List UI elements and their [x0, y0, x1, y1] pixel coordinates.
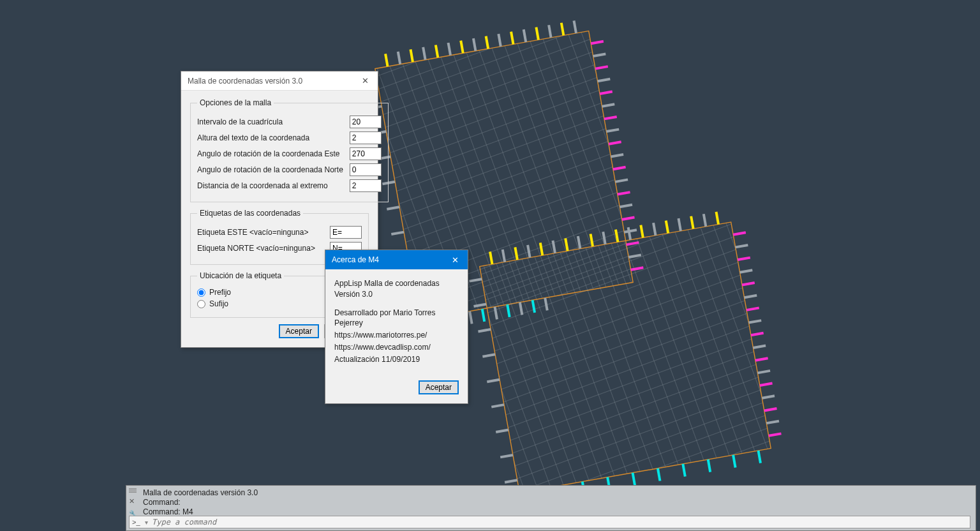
grid-options-group: Opciones de la malla Intervalo de la cua… — [190, 98, 389, 202]
svg-line-61 — [540, 243, 542, 255]
svg-line-87 — [757, 371, 770, 373]
east-tag-input[interactable] — [330, 226, 362, 239]
svg-line-44 — [533, 300, 535, 313]
text-height-label: Altura del texto de la coordenada — [197, 133, 309, 142]
svg-line-2 — [398, 52, 400, 64]
svg-line-77 — [736, 245, 748, 247]
svg-line-57 — [490, 251, 492, 264]
svg-line-32 — [624, 230, 637, 232]
grid-interval-label: Intervalo de la cuadrícula — [197, 117, 283, 126]
text-height-input[interactable] — [350, 131, 382, 144]
svg-line-5 — [436, 45, 438, 57]
svg-line-40 — [482, 309, 484, 322]
svg-line-62 — [553, 241, 554, 253]
distance-input[interactable] — [350, 179, 382, 192]
svg-line-91 — [766, 421, 779, 423]
about-titlebar[interactable]: Acerca de M4 ✕ — [325, 250, 468, 269]
svg-line-8 — [473, 38, 475, 51]
svg-line-14 — [549, 25, 551, 38]
grid-interval-input[interactable] — [350, 116, 382, 128]
svg-line-42 — [507, 304, 509, 317]
suffix-label: Sufijo — [209, 299, 228, 308]
close-icon[interactable]: ✕ — [352, 71, 378, 91]
about-line3: https://www.mariotorres.pe/ — [334, 330, 459, 341]
svg-line-26 — [611, 154, 623, 156]
svg-line-51 — [387, 207, 399, 209]
east-tag-label: Etiqueta ESTE <vacío=ninguna> — [197, 228, 308, 237]
svg-line-65 — [591, 234, 593, 247]
command-icon: >_ — [132, 518, 141, 526]
position-legend: Ubicación de la etiqueta — [197, 271, 284, 280]
svg-line-74 — [704, 214, 706, 227]
svg-line-89 — [762, 396, 775, 398]
svg-line-70 — [653, 223, 655, 236]
svg-line-6 — [449, 43, 450, 56]
dialog-title: Malla de coordenadas versión 3.0 — [188, 77, 302, 86]
cad-drawing — [0, 0, 980, 485]
svg-line-103 — [470, 279, 482, 281]
command-input-row[interactable]: >_ ▾ — [129, 516, 970, 528]
svg-line-80 — [742, 283, 755, 285]
about-line4: https://www.devcadlisp.com/ — [334, 342, 459, 353]
svg-line-84 — [751, 333, 764, 335]
svg-line-71 — [666, 221, 668, 234]
about-accept-button[interactable]: Aceptar — [419, 380, 459, 394]
about-line1: AppLisp Malla de coordenadas Versión 3.0 — [334, 278, 459, 300]
svg-line-22 — [602, 104, 615, 106]
svg-line-96 — [607, 477, 609, 485]
svg-line-90 — [764, 408, 777, 410]
svg-line-72 — [678, 218, 680, 231]
svg-line-97 — [633, 473, 635, 485]
svg-line-23 — [604, 117, 617, 119]
svg-line-83 — [748, 320, 761, 322]
svg-line-29 — [618, 192, 630, 194]
svg-line-15 — [561, 23, 563, 36]
svg-line-98 — [658, 468, 660, 481]
north-tag-label: Etiqueta NORTE <vacío=ninguna> — [197, 244, 315, 253]
svg-line-31 — [622, 217, 635, 219]
prefix-radio[interactable] — [197, 288, 205, 297]
svg-line-7 — [461, 41, 463, 54]
svg-line-64 — [578, 236, 580, 249]
accept-button[interactable]: Aceptar — [279, 324, 319, 338]
svg-line-66 — [603, 232, 605, 244]
about-dialog: Acerca de M4 ✕ AppLisp Malla de coordena… — [325, 250, 468, 404]
svg-line-76 — [733, 232, 746, 234]
svg-line-20 — [598, 79, 611, 81]
svg-line-106 — [482, 354, 495, 356]
close-icon[interactable]: ✕ — [442, 250, 468, 269]
close-icon[interactable]: ✕ — [129, 497, 135, 505]
chevron-down-icon[interactable]: ▾ — [145, 519, 148, 526]
command-input[interactable] — [152, 518, 970, 527]
svg-line-18 — [593, 54, 606, 56]
svg-line-92 — [769, 433, 782, 435]
svg-line-12 — [524, 29, 526, 42]
svg-line-69 — [641, 225, 642, 238]
rot-north-input[interactable] — [350, 163, 382, 176]
labels-legend: Etiquetas de las coordenadas — [197, 209, 303, 218]
svg-line-9 — [486, 36, 488, 49]
rot-east-input[interactable] — [350, 147, 382, 160]
svg-line-17 — [591, 41, 604, 43]
svg-line-52 — [391, 232, 404, 234]
svg-line-81 — [745, 295, 757, 297]
svg-line-43 — [520, 303, 522, 315]
about-line2: Desarrollado por Mario Torres Pejerrey — [334, 308, 459, 329]
about-line5: Actualización 11/09/2019 — [334, 354, 459, 365]
svg-line-4 — [423, 47, 425, 60]
svg-line-41 — [494, 307, 496, 320]
svg-line-73 — [691, 216, 693, 229]
svg-line-24 — [606, 130, 619, 131]
svg-line-88 — [760, 384, 773, 385]
svg-line-82 — [746, 308, 759, 310]
about-title: Acerca de M4 — [332, 255, 379, 264]
svg-line-102 — [759, 451, 761, 463]
svg-line-111 — [505, 480, 517, 482]
grip-icon[interactable] — [129, 488, 137, 493]
rot-east-label: Angulo de rotación de la coordenada Este — [197, 149, 340, 158]
svg-line-85 — [753, 345, 766, 347]
suffix-radio[interactable] — [197, 300, 205, 308]
svg-line-99 — [683, 464, 685, 477]
svg-line-34 — [628, 255, 641, 257]
dialog-titlebar[interactable]: Malla de coordenadas versión 3.0 ✕ — [181, 71, 378, 91]
